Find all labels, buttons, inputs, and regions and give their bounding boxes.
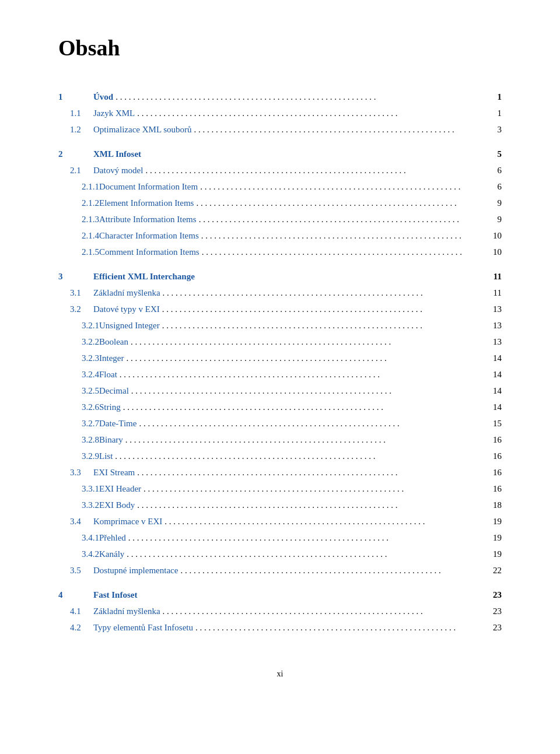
toc-label: Datové typy v EXI xyxy=(93,302,160,316)
toc-number: 1 xyxy=(58,90,93,104)
toc-entry: 3.2.4Float . . . . . . . . . . . . . . .… xyxy=(58,367,502,381)
toc-page: 18 xyxy=(484,498,502,512)
toc-entry: 3.1Základní myšlenka . . . . . . . . . .… xyxy=(58,286,502,300)
toc-page: 6 xyxy=(484,180,502,194)
toc-number: 3.2.2 xyxy=(58,335,99,349)
toc-label: Jazyk XML xyxy=(93,106,135,120)
toc-number: 3.5 xyxy=(58,563,93,577)
toc-page: 9 xyxy=(484,196,502,210)
toc-label: Komprimace v EXI xyxy=(93,514,162,528)
page-title: Obsah xyxy=(58,35,502,61)
toc-label: Boolean xyxy=(99,335,128,349)
toc-dots: . . . . . . . . . . . . . . . . . . . . … xyxy=(199,212,482,226)
toc-label: EXI Body xyxy=(99,498,135,512)
toc-entry: 3.2.6String . . . . . . . . . . . . . . … xyxy=(58,400,502,414)
toc-label: Integer xyxy=(99,351,124,365)
toc-number: 3.3.1 xyxy=(58,482,99,496)
toc-page: 14 xyxy=(484,351,502,365)
toc-page: 1 xyxy=(484,106,502,120)
toc-dots: . . . . . . . . . . . . . . . . . . . . … xyxy=(202,245,482,259)
toc-dots: . . . . . . . . . . . . . . . . . . . . … xyxy=(164,514,482,528)
toc-entry: 1.1Jazyk XML . . . . . . . . . . . . . .… xyxy=(58,106,502,120)
toc-entry: 3.3.2EXI Body . . . . . . . . . . . . . … xyxy=(58,498,502,512)
toc-number: 4 xyxy=(58,588,93,602)
toc-dots: . . . . . . . . . . . . . . . . . . . . … xyxy=(127,547,482,561)
toc-page: 16 xyxy=(484,449,502,463)
toc-label: Attribute Information Items xyxy=(99,212,197,226)
toc-number: 1.2 xyxy=(58,122,93,136)
toc-entry: 3.3EXI Stream . . . . . . . . . . . . . … xyxy=(58,465,502,479)
toc-dots: . . . . . . . . . . . . . . . . . . . . … xyxy=(200,180,482,194)
toc-label: List xyxy=(99,449,113,463)
toc-label: Character Information Items xyxy=(99,229,199,243)
toc-label: Comment Information Items xyxy=(99,245,200,259)
toc-entry: 3.2.5Decimal . . . . . . . . . . . . . .… xyxy=(58,384,502,398)
toc-number: 1.1 xyxy=(58,106,93,120)
toc-number: 4.2 xyxy=(58,620,93,634)
toc-page: 13 xyxy=(484,318,502,332)
toc-page: 11 xyxy=(484,286,502,300)
toc-label: Kanály xyxy=(99,547,124,561)
toc-page: 11 xyxy=(484,269,502,283)
toc-label: Fast Infoset xyxy=(93,588,137,602)
toc-number: 2.1.5 xyxy=(58,245,99,259)
toc-number: 3.2.6 xyxy=(58,400,99,414)
toc-label: Datový model xyxy=(93,163,143,177)
toc-dots: . . . . . . . . . . . . . . . . . . . . … xyxy=(125,433,482,447)
toc-entry: 2.1.1Document Information Item . . . . .… xyxy=(58,180,502,194)
toc-dots: . . . . . . . . . . . . . . . . . . . . … xyxy=(116,90,482,104)
toc-entry: 3.2.8Binary . . . . . . . . . . . . . . … xyxy=(58,433,502,447)
toc-page: 9 xyxy=(484,212,502,226)
toc-entry: 2.1.2Element Information Items . . . . .… xyxy=(58,196,502,210)
toc-dots: . . . . . . . . . . . . . . . . . . . . … xyxy=(145,163,482,177)
toc-dots: . . . . . . . . . . . . . . . . . . . . … xyxy=(162,318,482,332)
toc-page: 10 xyxy=(484,229,502,243)
toc-dots: . . . . . . . . . . . . . . . . . . . . … xyxy=(196,196,482,210)
toc-dots: . . . . . . . . . . . . . . . . . . . . … xyxy=(137,106,482,120)
toc-entry: 3.4.2Kanály . . . . . . . . . . . . . . … xyxy=(58,547,502,561)
toc-page: 10 xyxy=(484,245,502,259)
toc-page: 13 xyxy=(484,335,502,349)
toc-label: Základní myšlenka xyxy=(93,286,160,300)
toc-dots: . . . . . . . . . . . . . . . . . . . . … xyxy=(131,335,482,349)
toc-number: 3.1 xyxy=(58,286,93,300)
toc-entry: 3.2.3Integer . . . . . . . . . . . . . .… xyxy=(58,351,502,365)
toc-entry: 3.4.1Přehled . . . . . . . . . . . . . .… xyxy=(58,531,502,545)
toc-entry: 4Fast Infoset23 xyxy=(58,588,502,602)
toc-number: 3.2.7 xyxy=(58,416,99,430)
toc-number: 3.3.2 xyxy=(58,498,99,512)
toc-number: 3 xyxy=(58,269,93,283)
toc-entry: 2.1Datový model . . . . . . . . . . . . … xyxy=(58,163,502,177)
toc-label: Binary xyxy=(99,433,123,447)
toc-entry: 4.1Základní myšlenka . . . . . . . . . .… xyxy=(58,604,502,618)
toc-number: 2.1.3 xyxy=(58,212,99,226)
toc-dots: . . . . . . . . . . . . . . . . . . . . … xyxy=(131,384,482,398)
toc-label: EXI Stream xyxy=(93,465,135,479)
toc-label: EXI Header xyxy=(99,482,141,496)
toc-entry: 3.3.1EXI Header . . . . . . . . . . . . … xyxy=(58,482,502,496)
toc-entry: 3.2.7Date-Time . . . . . . . . . . . . .… xyxy=(58,416,502,430)
toc-entry: 2XML Infoset5 xyxy=(58,147,502,161)
toc-page: 3 xyxy=(484,122,502,136)
toc-page: 23 xyxy=(484,604,502,618)
toc-dots: . . . . . . . . . . . . . . . . . . . . … xyxy=(194,122,482,136)
toc-label: Element Information Items xyxy=(99,196,194,210)
toc-page: 14 xyxy=(484,384,502,398)
toc-number: 2 xyxy=(58,147,93,161)
toc-number: 3.4.1 xyxy=(58,531,99,545)
toc-dots: . . . . . . . . . . . . . . . . . . . . … xyxy=(195,620,482,634)
toc-number: 2.1.2 xyxy=(58,196,99,210)
toc-dots: . . . . . . . . . . . . . . . . . . . . … xyxy=(137,498,482,512)
toc-label: Decimal xyxy=(99,384,129,398)
toc-page: 19 xyxy=(484,531,502,545)
toc-label: Efficient XML Interchange xyxy=(93,269,195,283)
toc-page: 23 xyxy=(484,620,502,634)
toc-label: Úvod xyxy=(93,90,113,104)
toc-number: 3.4.2 xyxy=(58,547,99,561)
toc-dots: . . . . . . . . . . . . . . . . . . . . … xyxy=(123,400,482,414)
toc-page: 23 xyxy=(484,588,502,602)
toc-entry: 3.5Dostupné implementace . . . . . . . .… xyxy=(58,563,502,577)
toc-entry: 2.1.5Comment Information Items . . . . .… xyxy=(58,245,502,259)
toc-page: 13 xyxy=(484,302,502,316)
toc-dots: . . . . . . . . . . . . . . . . . . . . … xyxy=(163,604,482,618)
